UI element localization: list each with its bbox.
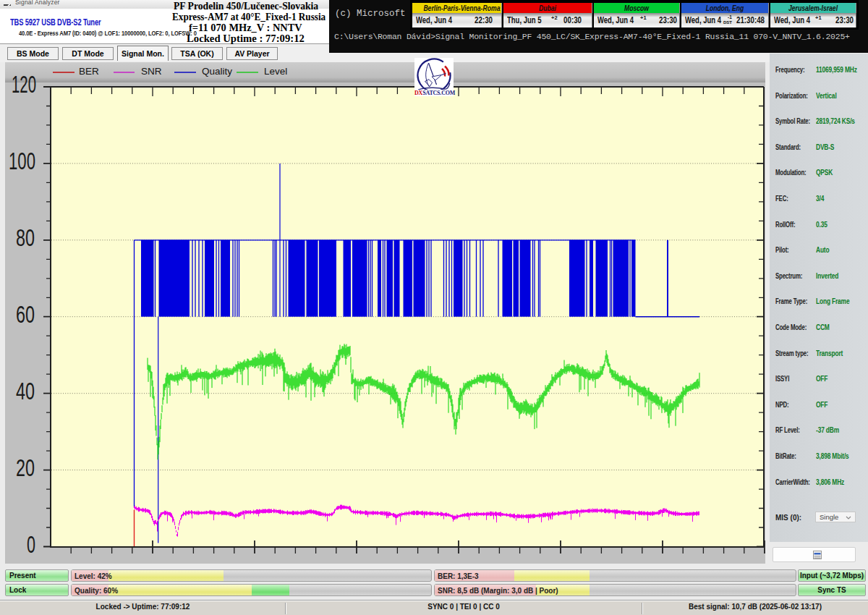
svg-text:120: 120 (12, 71, 36, 98)
svg-text:100: 100 (9, 148, 35, 174)
svg-text:80: 80 (16, 224, 35, 251)
svg-text:20: 20 (16, 454, 35, 481)
svg-text:60: 60 (16, 301, 35, 328)
svg-text:0: 0 (27, 531, 35, 558)
svg-text:40: 40 (16, 378, 35, 404)
